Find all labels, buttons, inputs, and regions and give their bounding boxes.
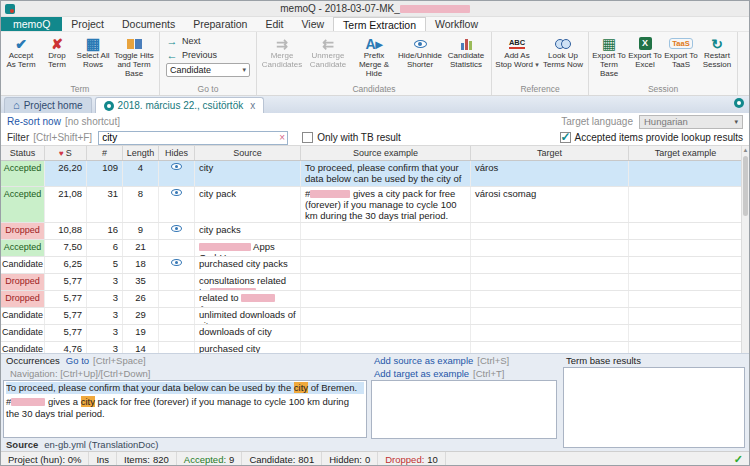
taas-icon: TaaS [669, 35, 692, 52]
col-status[interactable]: Status [1, 146, 45, 160]
target-cell: város [471, 161, 629, 186]
source-example-cell: To proceed, please confirm that your dat… [301, 161, 471, 186]
hides-cell [159, 187, 195, 222]
accepted-count: Accepted:9 [177, 452, 243, 466]
tab-project[interactable]: Project [62, 17, 113, 31]
tab-edit[interactable]: Edit [256, 17, 292, 31]
filter-input[interactable] [98, 131, 288, 145]
prefix-merge-hide-button[interactable]: A▸ Prefix Merge & Hide [351, 33, 397, 84]
source-cell: unlimited downloads of city [195, 308, 301, 324]
status-cell: Accepted [1, 187, 45, 222]
score-cell: 5,77 [45, 274, 87, 290]
memoq-window: memoQ - 2018-03-07-MK_ memoQ Project Doc… [0, 0, 750, 466]
table-row[interactable]: Candidate 5,77 3 29 unlimited downloads … [1, 308, 743, 325]
goto-previous-button[interactable]: ← Previous [166, 49, 250, 61]
vertical-scrollbar[interactable]: ▲ [741, 146, 749, 353]
term-base-results-panel: Term base results [561, 354, 749, 451]
merge-candidates-button[interactable]: ⇉ Merge Candidates [259, 33, 305, 84]
bottom-panels: Occurrences Go to [Ctrl+Space] Navigatio… [1, 353, 749, 451]
tab-memoq[interactable]: memoQ [1, 17, 62, 31]
table-row[interactable]: Candidate 5,77 3 19 downloads of city ma… [1, 325, 743, 342]
redacted-text [241, 294, 275, 302]
toggle-hits-term-base-button[interactable]: Toggle Hits and Term Base [111, 33, 157, 84]
table-row[interactable]: Accepted 26,20 109 4 city To proceed, pl… [1, 161, 743, 187]
house-icon: ⌂ [13, 100, 20, 111]
resort-link[interactable]: Re-sort now [7, 116, 61, 127]
select-all-rows-button[interactable]: ▦ Select All Rows [75, 33, 111, 84]
table-row[interactable]: Dropped 5,77 3 35 consultations related … [1, 274, 743, 291]
goto-next-button[interactable]: → Next [166, 35, 250, 47]
length-cell: 8 [123, 187, 159, 222]
freq-cell: 109 [87, 161, 123, 186]
candidate-statistics-button[interactable]: Candidate Statistics [443, 33, 489, 84]
tab-project-home[interactable]: ⌂ Project home [4, 97, 92, 113]
document-tab-bar: ⌂ Project home 2018. március 22., csütör… [1, 96, 749, 113]
target-example-cell [629, 291, 743, 307]
add-as-stop-word-button[interactable]: ABC Add As Stop Word ▾ [494, 33, 540, 84]
add-target-example-link[interactable]: Add target as example [374, 368, 469, 379]
goto-candidate-select[interactable]: Candidate ▾ [166, 63, 250, 77]
tab-term-extraction-session[interactable]: 2018. március 22., csütörtök x [95, 97, 265, 113]
chevron-down-icon: ▾ [734, 118, 738, 126]
score-cell: 5,77 [45, 308, 87, 324]
tab-strip-menu-icon[interactable] [734, 98, 744, 108]
insert-mode: Ins [89, 452, 117, 466]
drop-term-button[interactable]: ✘ Drop Term [39, 33, 75, 84]
filter-label: Filter [7, 132, 29, 143]
accept-as-term-button[interactable]: ✔ Accept As Term [3, 33, 39, 84]
source-example-cell [301, 257, 471, 273]
only-tb-checkbox[interactable] [302, 132, 313, 143]
source-cell: downloads of city maps [195, 325, 301, 341]
col-target-example[interactable]: Target example [629, 146, 743, 160]
export-to-taas-button[interactable]: TaaS Export To TaaS [663, 33, 699, 84]
bar-chart-icon [461, 35, 472, 52]
freq-cell: 16 [87, 223, 123, 239]
table-row[interactable]: Candidate 6,25 5 18 purchased city packs [1, 257, 743, 274]
table-row[interactable]: Dropped 5,77 3 26 related to Apps [1, 291, 743, 308]
occurrence-item[interactable]: # gives a city pack for free (forever) i… [6, 396, 364, 420]
source-doc-value: en-gb.yml (TranslationDoc) [44, 439, 158, 450]
restart-session-button[interactable]: ↻ Restart Session [699, 33, 735, 84]
add-source-example-link[interactable]: Add source as example [374, 355, 473, 366]
hide-unhide-shorter-button[interactable]: Hide/Unhide Shorter [397, 33, 443, 84]
binoculars-icon [555, 35, 571, 52]
status-cell: Candidate [1, 325, 45, 341]
clear-filter-icon[interactable]: × [279, 132, 285, 143]
tab-preparation[interactable]: Preparation [184, 17, 256, 31]
table-row[interactable]: Accepted 21,08 31 8 city pack # gives a … [1, 187, 743, 223]
close-tab-icon[interactable]: x [250, 100, 255, 111]
tab-term-extraction[interactable]: Term Extraction [333, 17, 426, 31]
col-length[interactable]: Length [123, 146, 159, 160]
col-hides[interactable]: Hides [159, 146, 195, 160]
scrollbar-thumb[interactable] [743, 156, 748, 216]
col-target[interactable]: Target [471, 146, 629, 160]
target-example-cell [629, 274, 743, 290]
occurrence-item[interactable]: To proceed, please confirm that your dat… [6, 382, 364, 394]
status-cell: Accepted [1, 161, 45, 186]
col-source-example[interactable]: Source example [301, 146, 471, 160]
add-source-shortcut: [Ctrl+S] [477, 355, 509, 366]
goto-occurrence-link[interactable]: Go to [66, 355, 89, 366]
table-row[interactable]: Dropped 10,88 16 9 city packs [1, 223, 743, 240]
example-editor[interactable] [371, 380, 557, 439]
col-source[interactable]: Source [195, 146, 301, 160]
col-frequency[interactable]: # [87, 146, 123, 160]
export-to-excel-button[interactable]: X Export To Excel [627, 33, 663, 84]
highlighted-term: city [81, 396, 95, 407]
group-label-reference: Reference [494, 84, 586, 95]
filter-bar: Re-sort now [no shortcut] Target languag… [1, 113, 749, 146]
table-row[interactable]: Candidate 4,76 3 14 purchased city [1, 342, 743, 353]
table-row[interactable]: Accepted 7,50 6 21 Apps GmbH [1, 240, 743, 257]
length-cell: 29 [123, 308, 159, 324]
export-to-term-base-button[interactable]: ▦ Export To Term Base [591, 33, 627, 84]
eye-icon [414, 35, 427, 52]
accepted-lookup-checkbox[interactable] [560, 132, 571, 143]
tab-workflow[interactable]: Workflow [426, 17, 487, 31]
tab-view[interactable]: View [293, 17, 334, 31]
scroll-up-icon[interactable]: ▲ [742, 146, 749, 155]
look-up-terms-now-button[interactable]: Look Up Terms Now [540, 33, 586, 84]
col-score[interactable]: ♥S [45, 146, 87, 160]
target-language-select[interactable]: Hungarian ▾ [639, 115, 743, 129]
tab-documents[interactable]: Documents [113, 17, 184, 31]
unmerge-candidate-button[interactable]: ⇇ Unmerge Candidate [305, 33, 351, 84]
